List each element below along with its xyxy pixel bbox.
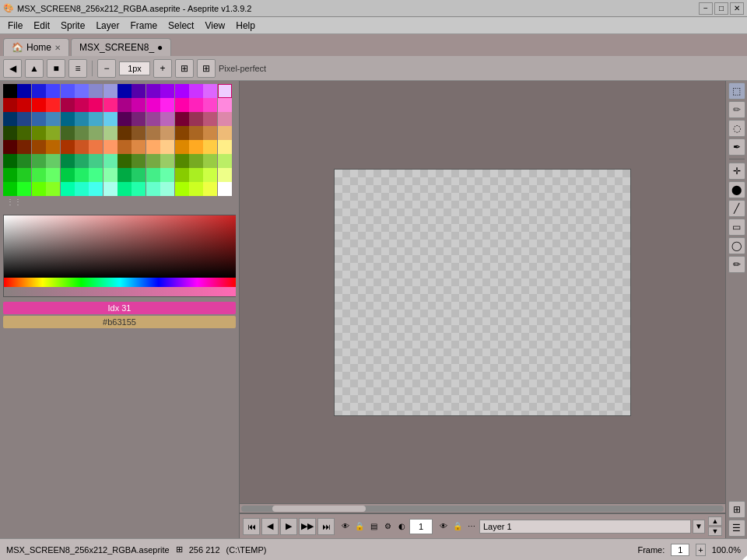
palette-cell[interactable] — [203, 182, 217, 196]
menu-edit[interactable]: Edit — [29, 19, 54, 33]
maximize-button[interactable]: □ — [714, 2, 728, 15]
palette-cell[interactable] — [17, 182, 31, 196]
tool-pencil[interactable]: ✏ — [728, 101, 745, 118]
tool-eraser[interactable]: ◌ — [728, 120, 745, 137]
palette-cell[interactable] — [103, 84, 117, 98]
palette-cell[interactable] — [175, 182, 189, 196]
palette-cell[interactable] — [117, 168, 132, 182]
palette-cell[interactable] — [218, 154, 232, 168]
palette-cell[interactable] — [3, 98, 17, 112]
palette-cell[interactable] — [89, 182, 103, 196]
anim-first-frame-button[interactable]: ⏮ — [243, 518, 260, 535]
palette-cell[interactable] — [61, 154, 75, 168]
layer-type-icon[interactable]: ▤ — [367, 520, 380, 533]
grid-button[interactable]: ⊞ — [197, 59, 216, 78]
palette-cell[interactable] — [3, 112, 17, 126]
anim-next-frame-button[interactable]: ▶▶ — [299, 518, 316, 535]
palette-cell[interactable] — [46, 182, 60, 196]
palette-cell[interactable] — [117, 126, 132, 140]
palette-cell[interactable] — [89, 154, 103, 168]
palette-cell[interactable] — [189, 140, 203, 154]
palette-cell[interactable] — [189, 168, 203, 182]
palette-cell[interactable] — [75, 154, 89, 168]
palette-cell[interactable] — [175, 168, 189, 182]
palette-cell[interactable] — [203, 112, 217, 126]
menu-help[interactable]: Help — [231, 19, 260, 33]
palette-cell[interactable] — [146, 182, 160, 196]
palette-cell[interactable] — [46, 112, 60, 126]
toolbar-stop-button[interactable]: ■ — [47, 59, 65, 78]
palette-cell[interactable] — [61, 168, 75, 182]
palette-cell[interactable] — [89, 140, 103, 154]
palette-cell[interactable] — [32, 112, 46, 126]
tool-move[interactable]: ✛ — [728, 163, 745, 180]
palette-cell[interactable] — [218, 98, 232, 112]
color-gradient[interactable] — [4, 215, 236, 278]
palette-cell[interactable] — [132, 168, 146, 182]
palette-cell[interactable] — [117, 154, 132, 168]
close-button[interactable]: ✕ — [730, 2, 744, 15]
palette-cell[interactable] — [32, 98, 46, 112]
palette-cell[interactable] — [189, 182, 203, 196]
palette-cell[interactable] — [3, 154, 17, 168]
palette-cell[interactable] — [3, 182, 17, 196]
palette-cell[interactable] — [146, 84, 160, 98]
palette-cell[interactable] — [17, 168, 31, 182]
toolbar-menu-button[interactable]: ≡ — [68, 59, 87, 78]
palette-cell[interactable] — [61, 84, 75, 98]
palette-cell[interactable] — [46, 140, 60, 154]
palette-cell[interactable] — [103, 168, 117, 182]
palette-cell[interactable] — [117, 140, 132, 154]
palette-cell[interactable] — [89, 112, 103, 126]
tool-rect[interactable]: ▭ — [728, 219, 745, 236]
layer-scroll-up[interactable]: ▲ — [708, 516, 722, 526]
palette-cell[interactable] — [132, 84, 146, 98]
palette-cell[interactable] — [89, 84, 103, 98]
frame-increase-button[interactable]: + — [696, 544, 705, 556]
palette-cell[interactable] — [203, 168, 217, 182]
toolbar-prev-button[interactable]: ◀ — [3, 59, 22, 78]
palette-cell[interactable] — [203, 126, 217, 140]
palette-cell[interactable] — [46, 84, 60, 98]
layer-row-visibility[interactable]: 👁 — [437, 520, 450, 533]
palette-cell[interactable] — [132, 126, 146, 140]
palette-cell[interactable] — [75, 112, 89, 126]
zoom-increase-button[interactable]: + — [153, 59, 172, 78]
alpha-slider[interactable] — [4, 287, 236, 296]
palette-cell[interactable] — [203, 84, 217, 98]
palette-cell[interactable] — [17, 126, 31, 140]
palette-cell[interactable] — [32, 126, 46, 140]
anim-last-frame-button[interactable]: ⏭ — [317, 518, 335, 535]
palette-cell[interactable] — [203, 98, 217, 112]
tool-fill[interactable]: ⬤ — [728, 181, 745, 198]
palette-cell[interactable] — [132, 140, 146, 154]
palette-cell[interactable] — [61, 182, 75, 196]
tool-selection[interactable]: ⬚ — [728, 82, 745, 100]
layer-row-dots[interactable]: ⋯ — [465, 520, 478, 533]
layer-dropdown-arrow[interactable]: ▼ — [693, 520, 705, 534]
palette-cell[interactable] — [32, 182, 46, 196]
anim-prev-frame-button[interactable]: ◀ — [261, 518, 279, 535]
menu-layer[interactable]: Layer — [91, 19, 124, 33]
scrollbar-track[interactable] — [241, 506, 724, 512]
palette-cell[interactable] — [103, 126, 117, 140]
palette-cell[interactable] — [175, 112, 189, 126]
palette-cell[interactable] — [160, 140, 174, 154]
anim-play-button[interactable]: ▶ — [280, 518, 297, 535]
tool-line[interactable]: ╱ — [728, 200, 745, 217]
palette-cell[interactable] — [189, 84, 203, 98]
palette-cell[interactable] — [160, 84, 174, 98]
menu-select[interactable]: Select — [163, 19, 198, 33]
menu-sprite[interactable]: Sprite — [56, 19, 89, 33]
palette-cell[interactable] — [117, 182, 132, 196]
palette-cell[interactable] — [75, 126, 89, 140]
canvas-viewport[interactable] — [240, 81, 725, 503]
palette-cell[interactable] — [146, 154, 160, 168]
palette-cell[interactable] — [75, 84, 89, 98]
palette-cell[interactable] — [175, 154, 189, 168]
palette-cell[interactable] — [32, 154, 46, 168]
palette-cell[interactable] — [17, 112, 31, 126]
palette-cell[interactable] — [218, 112, 232, 126]
palette-cell[interactable] — [61, 98, 75, 112]
layer-name[interactable]: Layer 1 — [479, 520, 691, 534]
